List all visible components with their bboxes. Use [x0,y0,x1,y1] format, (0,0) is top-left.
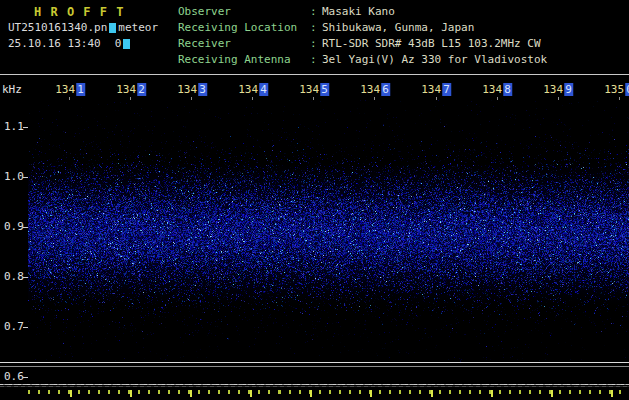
x-tick-digit: 2 [137,83,146,96]
info-row: Receiving Location:Shibukawa, Gunma, Jap… [178,20,547,36]
hrofft-screen: H R O F F T UT2510161340.pnmeteor 25.10.… [0,0,629,400]
x-tick-label: 1348 [482,83,512,96]
x-tick-prefix: 134 [238,83,258,96]
x-tick-label: 1344 [238,83,268,96]
info-colon: : [310,4,322,20]
info-label: Receiving Antenna [178,52,310,68]
x-tick-digit: 1 [76,83,85,96]
spectrogram [28,100,629,362]
x-tick-digit: 9 [564,83,573,96]
x-tick-prefix: 135 [604,83,624,96]
station-info: Observer:Masaki Kano Receiving Location:… [178,4,547,68]
x-tick-label: 1341 [55,83,85,96]
x-tick-prefix: 134 [482,83,502,96]
signal-level-trace-shadow [0,386,629,387]
file-line: UT2510161340.pnmeteor [8,21,158,34]
info-value: Shibukawa, Gunma, Japan [322,20,474,36]
x-tick-prefix: 134 [177,83,197,96]
signal-level-trace [0,384,629,385]
level-panel-reference-line [0,366,629,367]
event-count: 0 [115,37,122,50]
x-tick-prefix: 134 [116,83,136,96]
info-colon: : [310,36,322,52]
station-name: meteor [118,21,158,34]
cursor-block [123,39,130,49]
info-value: 3el Yagi(V) Az 330 for Vladivostok [322,52,547,68]
info-value: RTL-SDR SDR# 43dB L15 103.2MHz CW [322,36,541,52]
y-tick-label: 0.9 [4,220,24,233]
datetime-text: 25.10.16 13:40 [8,37,101,50]
x-tick-label: 1345 [299,83,329,96]
cursor-block [109,23,116,33]
info-value: Masaki Kano [322,4,395,20]
x-tick-prefix: 134 [360,83,380,96]
x-tick-prefix: 134 [55,83,75,96]
y-tick-label: 1.0 [4,170,24,183]
info-colon: : [310,20,322,36]
x-tick-digit: 3 [198,83,207,96]
x-tick-digit: 5 [320,83,329,96]
app-title: H R O F F T [34,5,124,19]
y-tick-mark [23,377,28,378]
info-row: Observer:Masaki Kano [178,4,547,20]
x-tick-digit: 8 [503,83,512,96]
x-tick-prefix: 134 [543,83,563,96]
x-tick-prefix: 134 [421,83,441,96]
header-separator [0,74,629,75]
x-tick-label: 1342 [116,83,146,96]
date-line: 25.10.16 13:400 [8,37,132,50]
y-tick-label: 0.7 [4,320,24,333]
x-tick-digit: 6 [381,83,390,96]
x-tick-digit: 4 [259,83,268,96]
x-tick-label: 1346 [360,83,390,96]
x-tick-label: 1343 [177,83,207,96]
minute-ticks [28,390,629,397]
x-tick-digit: 7 [442,83,451,96]
y-tick-label: 0.6 [4,370,24,383]
info-label: Receiving Location [178,20,310,36]
y-axis-unit: kHz [2,83,22,96]
info-colon: : [310,52,322,68]
file-name: UT2510161340.pn [8,21,107,34]
y-tick-label: 1.1 [4,120,24,133]
info-label: Observer [178,4,310,20]
info-row: Receiving Antenna:3el Yagi(V) Az 330 for… [178,52,547,68]
x-tick-label: 1347 [421,83,451,96]
info-row: Receiver:RTL-SDR SDR# 43dB L15 103.2MHz … [178,36,547,52]
y-tick-label: 0.8 [4,270,24,283]
x-tick-digit: 0 [625,83,629,96]
x-tick-label: 1349 [543,83,573,96]
level-panel-top-border [0,362,629,363]
info-label: Receiver [178,36,310,52]
x-tick-label: 1350 [604,83,629,96]
x-tick-prefix: 134 [299,83,319,96]
